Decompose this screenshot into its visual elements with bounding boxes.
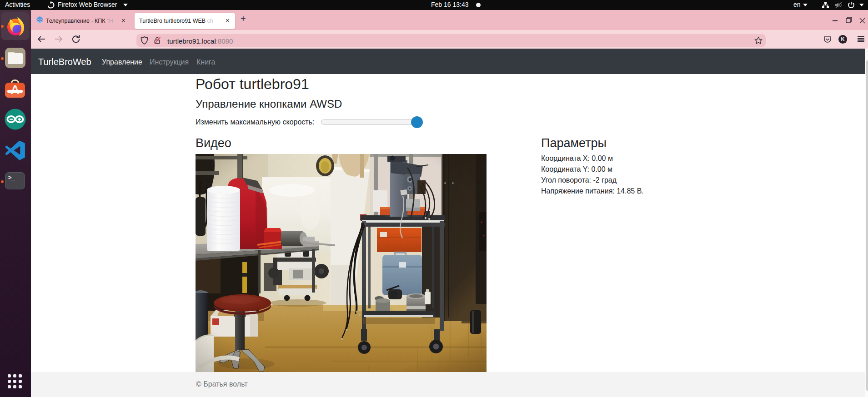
svg-text:A: A [10,83,20,97]
